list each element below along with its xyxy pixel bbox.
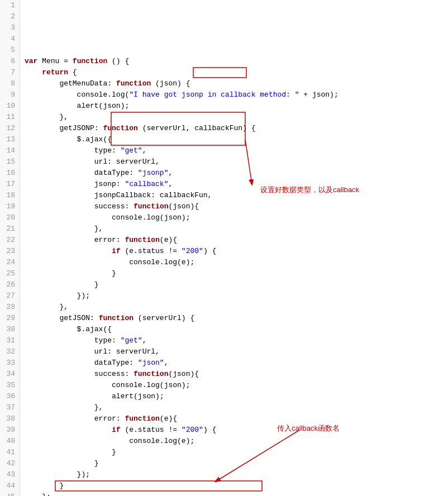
code-line-38: }); — [25, 469, 448, 480]
code-line-15: console.log(json); — [25, 212, 448, 223]
code-line-1: var Menu = function () { — [25, 56, 448, 67]
code-line-12: jsonp: "callback", — [25, 179, 448, 190]
code-line-11: dataType: "jsonp", — [25, 168, 448, 179]
code-line-9: type: "get", — [25, 145, 448, 156]
code-content: var Menu = function () { return { getMen… — [20, 0, 448, 496]
code-line-23: }, — [25, 302, 448, 313]
code-line-32: }, — [25, 402, 448, 413]
code-line-5: alert(json); — [25, 101, 448, 112]
code-line-7: getJSONP: function (serverUrl, callbackF… — [25, 123, 448, 134]
code-line-6: }, — [25, 112, 448, 123]
code-line-19: console.log(e); — [25, 257, 448, 268]
code-line-2: return { — [25, 67, 448, 78]
code-line-24: getJSON: function (serverUrl) { — [25, 313, 448, 324]
code-line-29: success: function(json){ — [25, 369, 448, 380]
code-line-35: console.log(e); — [25, 436, 448, 447]
code-line-21: } — [25, 279, 448, 290]
code-line-14: success: function(json){ — [25, 201, 448, 212]
code-line-13: jsonpCallback: callbackFun, — [25, 190, 448, 201]
code-line-30: console.log(json); — [25, 380, 448, 391]
code-line-22: }); — [25, 290, 448, 302]
code-line-20: } — [25, 268, 448, 279]
code-line-39: } — [25, 480, 448, 492]
code-line-31: alert(json); — [25, 391, 448, 402]
code-line-33: error: function(e){ — [25, 413, 448, 425]
code-line-27: url: serverUrl, — [25, 346, 448, 357]
code-line-37: } — [25, 458, 448, 469]
code-line-28: dataType: "json", — [25, 357, 448, 369]
code-line-40: }; — [25, 492, 448, 496]
code-line-8: $.ajax({ — [25, 134, 448, 145]
code-line-36: } — [25, 447, 448, 458]
code-line-16: }, — [25, 223, 448, 235]
code-container: 1234567891011121314151617181920212223242… — [0, 0, 448, 496]
code-line-25: $.ajax({ — [25, 324, 448, 335]
line-numbers: 1234567891011121314151617181920212223242… — [0, 0, 20, 496]
code-line-34: if (e.status != "200") { — [25, 425, 448, 436]
code-line-26: type: "get", — [25, 335, 448, 346]
code-line-18: if (e.status != "200") { — [25, 246, 448, 257]
code-line-17: error: function(e){ — [25, 235, 448, 246]
code-line-10: url: serverUrl, — [25, 156, 448, 168]
code-line-3: getMenuData: function (json) { — [25, 78, 448, 89]
code-line-4: console.log("I have got jsonp in callbac… — [25, 89, 448, 101]
